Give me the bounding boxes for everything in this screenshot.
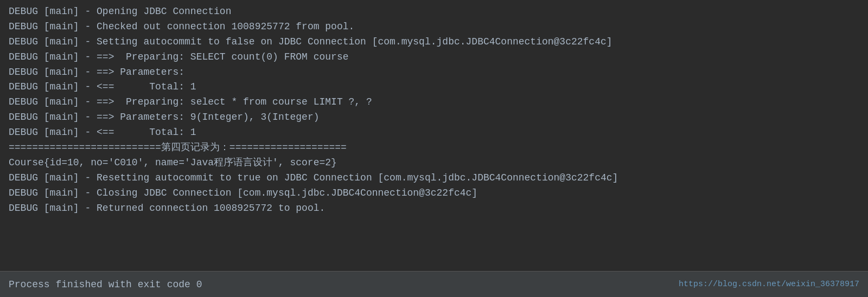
- footer-bar: Process finished with exit code 0 https:…: [0, 271, 868, 297]
- console-line: DEBUG [main] - Setting autocommit to fal…: [9, 35, 859, 50]
- console-line: DEBUG [main] - ==> Preparing: select * f…: [9, 95, 859, 110]
- console-line: DEBUG [main] - Closing JDBC Connection […: [9, 186, 859, 201]
- console-line: DEBUG [main] - <== Total: 1: [9, 125, 859, 140]
- console-line: DEBUG [main] - Resetting autocommit to t…: [9, 171, 859, 186]
- console-line: DEBUG [main] - ==> Preparing: SELECT cou…: [9, 50, 859, 65]
- console-line: DEBUG [main] - ==> Parameters:: [9, 65, 859, 80]
- process-finished-text: Process finished with exit code 0: [9, 279, 202, 290]
- console-line: DEBUG [main] - Checked out connection 10…: [9, 20, 859, 35]
- console-line: DEBUG [main] - Returned connection 10089…: [9, 201, 859, 216]
- console-line: Course{id=10, no='C010', name='Java程序语言设…: [9, 156, 859, 171]
- console-line: DEBUG [main] - ==> Parameters: 9(Integer…: [9, 110, 859, 125]
- console-output: DEBUG [main] - Opening JDBC ConnectionDE…: [0, 0, 868, 271]
- console-line: ==========================第四页记录为：=======…: [9, 140, 859, 156]
- blog-url: https://blog.csdn.net/weixin_36378917: [679, 280, 859, 289]
- console-line: DEBUG [main] - <== Total: 1: [9, 80, 859, 95]
- console-line: DEBUG [main] - Opening JDBC Connection: [9, 4, 859, 20]
